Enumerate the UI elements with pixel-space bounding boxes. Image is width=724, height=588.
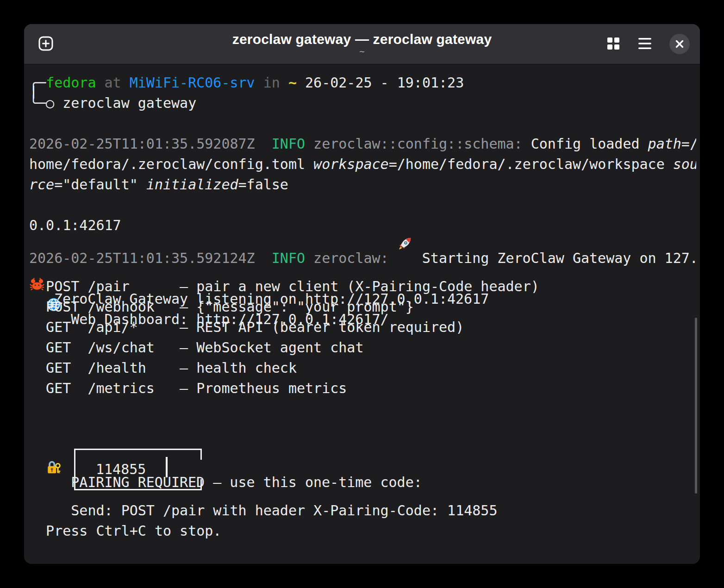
endpoint-row: GET /ws/chat — WebSocket agent chat — [29, 338, 696, 358]
crab-icon — [29, 236, 46, 251]
terminal-output: ╭─fedora at MiWiFi-RC06-srv in ~ 26-02-2… — [29, 73, 696, 541]
new-tab-icon — [37, 35, 55, 54]
endpoint-row: GET /api/* — REST API (bearer token requ… — [29, 317, 696, 338]
log-row: 2026-02-25T11:01:35.592087Z INFO zerocla… — [29, 134, 696, 154]
pairing-code: 114855 — [96, 450, 146, 489]
endpoint-row: POST /webhook — {"message": "your prompt… — [29, 297, 696, 317]
stop-hint-row: Press Ctrl+C to stop. — [29, 521, 696, 541]
lock-icon — [46, 419, 62, 435]
menu-icon — [638, 38, 652, 51]
terminal-cursor — [166, 457, 168, 477]
log-row: 2026-02-25T11:01:35.592124Z INFO zerocla… — [29, 195, 696, 215]
tab-overview-icon — [606, 37, 620, 52]
rocket-icon — [397, 195, 414, 211]
endpoint-row: GET /health — health check — [29, 358, 696, 378]
terminal-window: zeroclaw gateway — zeroclaw gateway ~ — [24, 24, 700, 564]
titlebar[interactable]: zeroclaw gateway — zeroclaw gateway ~ — [24, 24, 700, 64]
pairing-code-box-rows: 114855 — [29, 439, 696, 500]
window-subtitle: ~ — [359, 47, 364, 56]
prompt-line-1: ╭─fedora at MiWiFi-RC06-srv in ~ 26-02-2… — [29, 73, 696, 93]
titlebar-title-area: zeroclaw gateway — zeroclaw gateway ~ — [24, 24, 700, 64]
blank-row — [29, 399, 696, 419]
pairing-required-row: PAIRING REQUIRED — use this one-time cod… — [29, 419, 696, 439]
close-icon — [669, 34, 690, 54]
prompt-bracket-line — [33, 86, 34, 99]
menu-button[interactable] — [638, 38, 652, 51]
new-tab-button[interactable] — [37, 35, 55, 54]
endpoint-row: GET /metrics — Prometheus metrics — [29, 378, 696, 399]
pairing-code-box: 114855 — [74, 449, 200, 490]
endpoint-row: POST /pair — pair a new client (X-Pairin… — [29, 276, 696, 297]
globe-icon — [46, 256, 62, 272]
close-button[interactable] — [669, 34, 690, 54]
log-row: rce="default" initialized=false — [29, 175, 696, 195]
blank-row — [29, 113, 696, 134]
window-title: zeroclaw gateway — zeroclaw gateway — [232, 32, 492, 47]
terminal-screen[interactable]: ╭─fedora at MiWiFi-RC06-srv in ~ 26-02-2… — [29, 64, 696, 564]
scrollbar-thumb[interactable] — [695, 318, 697, 494]
log-row: home/fedora/.zeroclaw/config.toml worksp… — [29, 154, 696, 175]
tab-overview-button[interactable] — [606, 37, 620, 52]
prompt-line-2: ╰─○ zeroclaw gateway — [29, 93, 696, 113]
log-row: 0.0.1:42617 — [29, 215, 696, 236]
send-hint-row: Send: POST /pair with header X-Pairing-C… — [29, 500, 696, 521]
